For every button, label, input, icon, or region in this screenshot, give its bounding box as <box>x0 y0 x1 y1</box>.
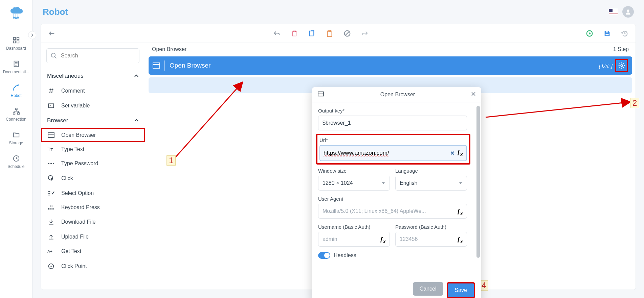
avatar[interactable] <box>622 6 634 18</box>
nav-connection[interactable]: Connection <box>0 103 32 126</box>
step-open-browser[interactable]: Open Browser [ Url: ] <box>149 56 632 75</box>
svg-point-39 <box>53 163 54 164</box>
palette-item-label: Open Browser <box>61 132 96 138</box>
modal-scrollbar[interactable] <box>476 106 480 258</box>
palette-item-label: Select Option <box>61 190 94 196</box>
back-button[interactable] <box>48 29 56 38</box>
logo-icon <box>8 7 24 22</box>
svg-rect-22 <box>309 31 313 36</box>
history-button[interactable] <box>621 29 629 38</box>
browser-window-icon <box>149 60 165 71</box>
palette-item-select-option[interactable]: Select Option <box>41 186 145 200</box>
user-agent-input[interactable] <box>318 204 467 219</box>
fx-icon[interactable]: ƒx <box>457 208 463 216</box>
chevron-right-icon <box>30 33 34 37</box>
click-cursor-icon <box>47 175 55 182</box>
palette-item-label: Comment <box>61 88 85 94</box>
palette-item-download-file[interactable]: Download File <box>41 215 145 229</box>
nav-dashboard[interactable]: Dashboard <box>0 32 32 55</box>
fx-icon[interactable]: ƒx <box>457 236 463 244</box>
download-icon <box>47 219 55 225</box>
palette-item-type-password[interactable]: Type Password <box>41 156 145 171</box>
palette-item-set-variable[interactable]: Set variable <box>41 98 145 113</box>
svg-point-37 <box>48 163 49 164</box>
save-button[interactable]: Save <box>447 282 475 298</box>
group-header-misc[interactable]: Miscellaneous <box>41 69 145 83</box>
language-select[interactable]: English <box>395 176 467 191</box>
nav-robot[interactable]: Robot <box>0 79 32 103</box>
modal-close-button[interactable] <box>471 92 476 98</box>
svg-rect-7 <box>17 38 19 40</box>
gear-icon <box>618 62 625 69</box>
disable-button[interactable] <box>343 29 351 38</box>
nav-documentation[interactable]: Documentati... <box>0 55 32 79</box>
headless-label: Headless <box>334 252 356 258</box>
nav-schedule[interactable]: Schedule <box>0 150 32 174</box>
password-input[interactable] <box>395 232 467 247</box>
cancel-button[interactable]: Cancel <box>413 282 443 296</box>
password-dots-icon <box>47 162 55 165</box>
delete-button[interactable] <box>290 29 298 38</box>
palette-item-label: Click <box>61 175 73 181</box>
copy-button[interactable] <box>308 29 316 38</box>
caret-down-icon <box>459 181 463 185</box>
palette-item-type-text[interactable]: Tᴛ Type Text <box>41 142 145 156</box>
paste-button[interactable] <box>326 29 334 38</box>
sidebar-nav: Dashboard Documentati... Robot Connectio… <box>0 0 32 298</box>
search-input[interactable] <box>46 48 139 63</box>
redo-button[interactable] <box>361 29 369 38</box>
group-header-browser[interactable]: Browser <box>41 113 145 128</box>
palette-item-open-browser[interactable]: Open Browser <box>41 128 145 142</box>
fx-icon[interactable]: ƒx <box>457 149 463 157</box>
palette-item-label: Get Text <box>61 248 81 254</box>
output-key-input[interactable] <box>318 116 467 130</box>
palette-item-click-point[interactable]: Click Point <box>41 258 145 274</box>
arrow-left-icon <box>48 30 55 37</box>
svg-rect-29 <box>606 31 608 32</box>
svg-rect-44 <box>153 63 160 68</box>
run-button[interactable] <box>585 29 594 38</box>
nav-label: Documentati... <box>3 70 29 74</box>
toolbar <box>41 24 636 43</box>
window-size-select[interactable]: 1280 × 1024 <box>318 176 390 191</box>
url-input[interactable] <box>324 150 448 156</box>
palette-item-comment[interactable]: Comment <box>41 83 145 98</box>
document-icon <box>13 60 20 68</box>
svg-rect-34 <box>48 133 54 138</box>
annotation-1: 1 <box>166 155 176 166</box>
palette-item-get-text[interactable]: A+ Get Text <box>41 244 145 258</box>
palette-item-upload-file[interactable]: Upload File <box>41 229 145 244</box>
url-clear-button[interactable]: × <box>450 149 454 157</box>
svg-line-31 <box>55 57 57 58</box>
chevron-up-icon <box>134 118 139 123</box>
chevron-up-icon <box>134 74 139 78</box>
caret-down-icon <box>381 181 385 185</box>
sidebar-collapse-button[interactable] <box>28 31 36 39</box>
svg-text:Tᴛ: Tᴛ <box>47 147 53 152</box>
username-input[interactable] <box>318 232 390 247</box>
svg-rect-49 <box>318 92 324 96</box>
copy-icon <box>308 30 316 37</box>
type-text-icon: Tᴛ <box>47 146 55 152</box>
palette-item-click[interactable]: Click <box>41 171 145 186</box>
dashboard-icon <box>13 36 20 44</box>
palette-item-keyboard-press[interactable]: Keyboard Press <box>41 200 145 215</box>
save-button[interactable] <box>603 29 611 38</box>
language-label: Language <box>395 168 467 174</box>
palette-item-label: Type Text <box>61 146 84 152</box>
upload-icon <box>47 233 55 240</box>
flag-us-icon[interactable] <box>609 9 618 15</box>
clock-icon <box>13 155 20 162</box>
click-point-icon <box>47 263 55 270</box>
palette-item-label: Download File <box>61 219 95 225</box>
browser-window-icon <box>317 91 324 98</box>
fx-icon[interactable]: ƒx <box>380 236 386 244</box>
svg-point-5 <box>17 17 19 19</box>
nav-storage[interactable]: Storage <box>0 126 32 150</box>
step-settings-button[interactable] <box>615 59 628 72</box>
header: Robot <box>32 0 644 24</box>
headless-toggle[interactable] <box>318 252 330 259</box>
close-icon <box>471 92 476 96</box>
undo-button[interactable] <box>273 29 281 38</box>
svg-point-30 <box>51 53 55 57</box>
